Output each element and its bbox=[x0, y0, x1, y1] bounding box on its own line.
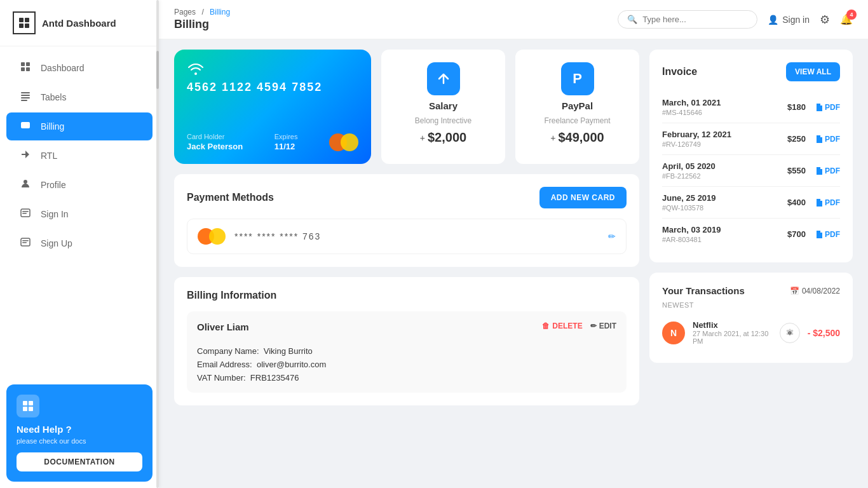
breadcrumb: Pages / Billing bbox=[174, 8, 230, 17]
signin-action[interactable]: 👤 Sign in bbox=[768, 15, 810, 25]
header: Pages / Billing Billing 🔍 👤 Sign in ⚙ 🔔 … bbox=[159, 0, 868, 39]
salary-plus: + bbox=[420, 133, 425, 143]
documentation-button[interactable]: DOCUMENTATION bbox=[17, 452, 142, 471]
search-box[interactable]: 🔍 bbox=[618, 10, 757, 29]
invoice-list: March, 01 2021 #MS-415646 $180 PDF Febru… bbox=[662, 92, 840, 250]
svg-rect-13 bbox=[21, 124, 30, 125]
svg-rect-6 bbox=[21, 67, 25, 71]
tx-settings-icon[interactable] bbox=[780, 323, 800, 343]
transactions-list: N Netflix 27 March 2021, at 12:30 PM - $… bbox=[662, 315, 840, 350]
card-holder: Card Holder Jack Peterson bbox=[187, 133, 243, 151]
svg-rect-38 bbox=[817, 205, 820, 205]
invoice-id: #MS-415646 bbox=[662, 109, 787, 116]
dashboard-nav-icon bbox=[19, 62, 32, 74]
svg-rect-2 bbox=[19, 24, 24, 28]
cards-row: 4562 1122 4594 7852 Card Holder Jack Pet… bbox=[174, 50, 639, 164]
edit-button[interactable]: ✏ EDIT bbox=[590, 322, 616, 330]
invoice-pdf-link[interactable]: PDF bbox=[816, 166, 840, 175]
sidebar-item-dashboard[interactable]: Dashboard bbox=[6, 54, 153, 82]
card-expires-label: Expires bbox=[275, 133, 298, 140]
payment-methods-title: Payment Methods bbox=[187, 192, 274, 203]
billing-information-section: Billing Information Oliver Liam 🗑 DELETE… bbox=[174, 277, 639, 405]
svg-rect-11 bbox=[21, 100, 27, 101]
invoice-pdf-link[interactable]: PDF bbox=[816, 230, 840, 239]
stat-card-paypal: P PayPal Freelance Payment + $49,000 bbox=[515, 50, 639, 164]
svg-rect-30 bbox=[817, 139, 821, 139]
svg-rect-25 bbox=[23, 407, 27, 411]
sidebar-item-rtl[interactable]: RTL bbox=[6, 142, 153, 170]
invoice-panel: Invoice VIEW ALL March, 01 2021 #MS-4156… bbox=[649, 50, 853, 262]
tabels-nav-icon bbox=[19, 91, 32, 104]
invoice-row: March, 03 2019 #AR-803481 $700 PDF bbox=[662, 219, 840, 250]
sidebar-item-profile[interactable]: Profile bbox=[6, 171, 153, 199]
sidebar-item-billing[interactable]: Billing bbox=[6, 112, 153, 140]
invoice-pdf-link[interactable]: PDF bbox=[816, 198, 840, 207]
svg-rect-26 bbox=[29, 407, 33, 411]
billing-actions: 🗑 DELETE ✏ EDIT bbox=[542, 322, 616, 330]
notification-badge: 4 bbox=[846, 10, 857, 20]
svg-rect-39 bbox=[817, 234, 821, 234]
sidebar-item-label-billing: Billing bbox=[41, 121, 64, 132]
invoice-id: #QW-103578 bbox=[662, 204, 787, 212]
sidebar-item-label-signin: Sign In bbox=[41, 209, 69, 219]
svg-rect-41 bbox=[817, 236, 820, 237]
invoice-title: Invoice bbox=[662, 66, 697, 78]
svg-rect-19 bbox=[22, 213, 27, 214]
add-new-card-button[interactable]: ADD NEW CARD bbox=[539, 187, 627, 208]
delete-icon: 🗑 bbox=[542, 322, 550, 330]
invoice-date: April, 05 2020 bbox=[662, 161, 787, 171]
invoice-pdf-link[interactable]: PDF bbox=[816, 103, 840, 112]
svg-rect-5 bbox=[26, 62, 30, 66]
invoice-id: #FB-212562 bbox=[662, 172, 787, 180]
svg-rect-24 bbox=[29, 401, 33, 405]
svg-rect-23 bbox=[23, 401, 27, 405]
invoice-amount: $180 bbox=[787, 102, 806, 112]
view-all-button[interactable]: VIEW ALL bbox=[786, 62, 840, 81]
invoice-pdf-link[interactable]: PDF bbox=[816, 135, 840, 144]
sidebar-help-box: Need Help ? please check our docs DOCUME… bbox=[6, 384, 153, 482]
notification-bell[interactable]: 🔔 4 bbox=[840, 13, 853, 25]
invoice-info: March, 03 2019 #AR-803481 bbox=[662, 225, 787, 243]
user-icon: 👤 bbox=[768, 15, 778, 25]
invoice-amount: $250 bbox=[787, 134, 806, 144]
svg-rect-21 bbox=[22, 240, 29, 241]
saved-card-edit-icon[interactable]: ✏ bbox=[608, 231, 616, 241]
sidebar-item-signin[interactable]: Sign In bbox=[6, 200, 153, 228]
logo-icon bbox=[13, 11, 36, 34]
sidebar-item-tabels[interactable]: Tabels bbox=[6, 83, 153, 111]
search-input[interactable] bbox=[642, 15, 748, 24]
invoice-date: June, 25 2019 bbox=[662, 193, 787, 203]
help-subtitle: please check our docs bbox=[17, 437, 142, 445]
svg-rect-22 bbox=[22, 242, 27, 243]
invoice-date: March, 03 2019 bbox=[662, 225, 787, 234]
svg-rect-31 bbox=[817, 140, 821, 140]
invoice-row: February, 12 2021 #RV-126749 $250 PDF bbox=[662, 123, 840, 155]
svg-rect-40 bbox=[817, 235, 821, 236]
company-value: Viking Burrito bbox=[264, 346, 313, 356]
svg-rect-32 bbox=[817, 141, 820, 142]
paypal-letter: P bbox=[573, 71, 582, 87]
page-title: Billing bbox=[174, 18, 230, 31]
sidebar-scrollbar[interactable] bbox=[156, 0, 159, 488]
breadcrumb-sep: / bbox=[201, 8, 203, 17]
sidebar-item-label-rtl: RTL bbox=[41, 151, 57, 161]
invoice-date: February, 12 2021 bbox=[662, 130, 787, 139]
paypal-amount: $49,000 bbox=[558, 130, 604, 145]
invoice-info: June, 25 2019 #QW-103578 bbox=[662, 193, 787, 212]
transaction-row: N Netflix 27 March 2021, at 12:30 PM - $… bbox=[662, 315, 840, 350]
content-area: 4562 1122 4594 7852 Card Holder Jack Pet… bbox=[159, 39, 868, 488]
settings-icon[interactable]: ⚙ bbox=[820, 13, 830, 27]
rtl-nav-icon bbox=[19, 149, 32, 162]
sidebar-item-label-dashboard: Dashboard bbox=[41, 63, 85, 73]
header-left: Pages / Billing Billing bbox=[174, 8, 230, 31]
svg-rect-3 bbox=[25, 24, 29, 28]
tx-name: Netflix bbox=[693, 320, 772, 330]
invoice-info: April, 05 2020 #FB-212562 bbox=[662, 161, 787, 180]
svg-rect-10 bbox=[21, 97, 30, 98]
svg-rect-27 bbox=[817, 107, 821, 107]
help-icon-wrap bbox=[17, 395, 39, 417]
invoice-amount: $400 bbox=[787, 198, 806, 207]
billing-person-name: Oliver Liam bbox=[197, 322, 249, 332]
delete-button[interactable]: 🗑 DELETE bbox=[542, 322, 582, 330]
sidebar-item-signup[interactable]: Sign Up bbox=[6, 229, 153, 257]
